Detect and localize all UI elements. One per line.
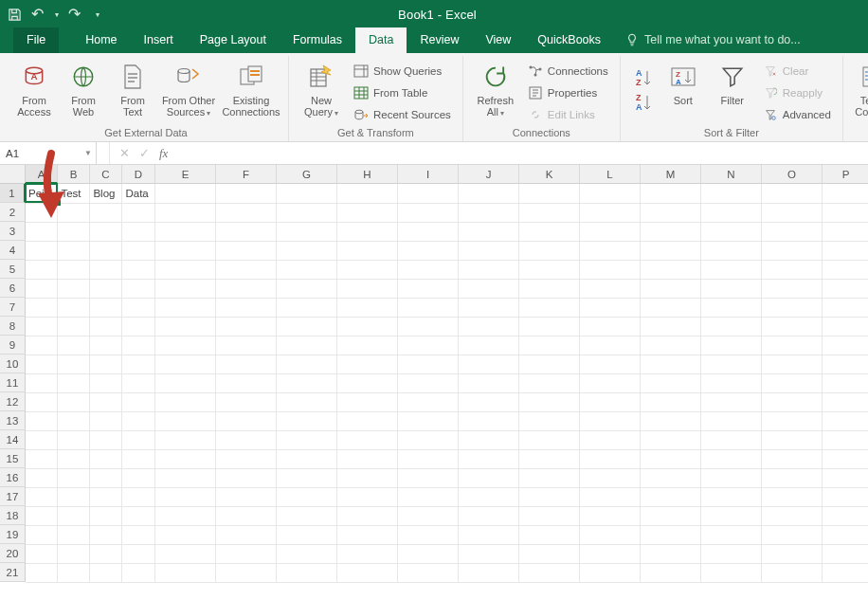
cell-C4[interactable] [90,241,122,260]
cell-F10[interactable] [216,355,277,373]
row-header-19[interactable]: 19 [0,525,26,544]
cell-A1[interactable]: Pei [26,184,58,203]
col-header-I[interactable]: I [398,165,459,184]
cell-N21[interactable] [701,563,762,582]
cell-C1[interactable]: Blog [90,184,122,203]
cell-M9[interactable] [641,336,701,355]
cell-E18[interactable] [155,506,216,525]
cell-H13[interactable] [337,411,398,430]
cell-L8[interactable] [580,317,641,336]
cell-D4[interactable] [122,241,155,260]
cell-B8[interactable] [58,317,90,336]
row-header-18[interactable]: 18 [0,506,26,525]
cell-J19[interactable] [459,525,519,544]
col-header-B[interactable]: B [58,165,90,184]
cell-C11[interactable] [90,373,122,392]
cell-C3[interactable] [90,222,122,241]
cell-G21[interactable] [277,563,337,582]
cell-O7[interactable] [761,298,822,317]
cell-L10[interactable] [580,355,641,373]
cell-B1[interactable]: Test [58,184,90,203]
row-header-7[interactable]: 7 [0,298,26,317]
cell-A18[interactable] [26,506,58,525]
cell-N8[interactable] [701,317,762,336]
formula-input[interactable] [177,142,868,164]
col-header-E[interactable]: E [155,165,216,184]
cell-F3[interactable] [216,222,277,241]
cell-G1[interactable] [277,184,337,203]
cell-K9[interactable] [519,336,580,355]
cell-E6[interactable] [155,279,216,298]
cell-J20[interactable] [459,544,519,563]
cell-A21[interactable] [26,563,58,582]
cell-J6[interactable] [459,279,519,298]
cell-O14[interactable] [761,430,822,449]
cell-O10[interactable] [761,355,822,373]
cell-L18[interactable] [580,506,641,525]
cell-G9[interactable] [277,336,337,355]
cell-K11[interactable] [519,373,580,392]
cell-L3[interactable] [580,222,641,241]
cell-M17[interactable] [641,487,701,506]
cell-P12[interactable] [822,392,868,411]
cell-C19[interactable] [90,525,122,544]
cell-J21[interactable] [459,563,519,582]
cell-H6[interactable] [337,279,398,298]
fill-handle[interactable] [55,200,61,206]
cell-L5[interactable] [580,260,641,279]
cell-P11[interactable] [822,373,868,392]
cell-B11[interactable] [58,373,90,392]
cell-N14[interactable] [701,430,762,449]
cell-I13[interactable] [398,411,459,430]
cell-B20[interactable] [58,544,90,563]
cell-J2[interactable] [459,203,519,222]
cell-F20[interactable] [216,544,277,563]
cell-C14[interactable] [90,430,122,449]
edit-links-button[interactable]: Edit Links [524,104,612,124]
cell-C7[interactable] [90,298,122,317]
col-header-D[interactable]: D [122,165,155,184]
cell-A4[interactable] [26,241,58,260]
cell-D15[interactable] [122,449,155,468]
cell-H11[interactable] [337,373,398,392]
cell-I9[interactable] [398,336,459,355]
cell-I10[interactable] [398,355,459,373]
cell-K21[interactable] [519,563,580,582]
cell-H18[interactable] [337,506,398,525]
cell-F7[interactable] [216,298,277,317]
cell-B7[interactable] [58,298,90,317]
cell-G17[interactable] [277,487,337,506]
cell-P17[interactable] [822,487,868,506]
tab-file[interactable]: File [13,27,59,53]
row-header-11[interactable]: 11 [0,373,26,392]
row-header-9[interactable]: 9 [0,336,26,355]
cell-C8[interactable] [90,317,122,336]
cell-A10[interactable] [26,355,58,373]
cell-P6[interactable] [822,279,868,298]
cell-N1[interactable] [701,184,762,203]
cell-O11[interactable] [761,373,822,392]
cell-B14[interactable] [58,430,90,449]
cell-D19[interactable] [122,525,155,544]
cell-H19[interactable] [337,525,398,544]
cell-F16[interactable] [216,468,277,487]
cell-K5[interactable] [519,260,580,279]
col-header-A[interactable]: A [26,165,58,184]
cell-G8[interactable] [277,317,337,336]
cell-O8[interactable] [761,317,822,336]
cell-O13[interactable] [761,411,822,430]
cell-P15[interactable] [822,449,868,468]
cell-F2[interactable] [216,203,277,222]
col-header-L[interactable]: L [580,165,641,184]
cell-I12[interactable] [398,392,459,411]
new-query-button[interactable]: New Query▾ [297,58,346,119]
cell-O2[interactable] [761,203,822,222]
cell-P4[interactable] [822,241,868,260]
cell-J9[interactable] [459,336,519,355]
cell-K2[interactable] [519,203,580,222]
cell-B19[interactable] [58,525,90,544]
cell-E11[interactable] [155,373,216,392]
cell-E3[interactable] [155,222,216,241]
cell-B15[interactable] [58,449,90,468]
cell-M3[interactable] [641,222,701,241]
